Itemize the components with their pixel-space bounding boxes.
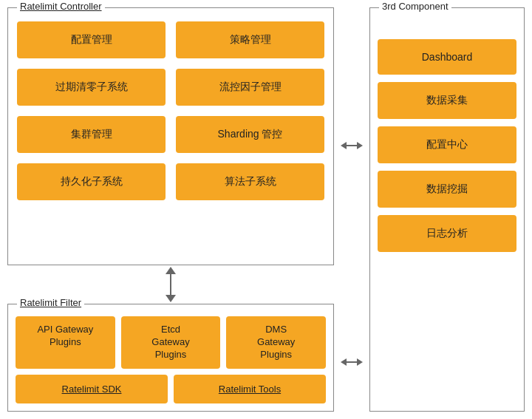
filter-top-row: API GatewayPlugins EtcdGatewayPlugins DM…: [16, 316, 326, 369]
data-collection-btn: 数据采集: [378, 82, 516, 119]
flow-control-btn: 流控因子管理: [176, 69, 324, 106]
arrow-right-2: [357, 358, 363, 366]
etcd-gateway-btn: EtcdGatewayPlugins: [121, 316, 221, 369]
persistence-btn: 持久化子系统: [17, 163, 166, 200]
filter-bottom-row: Ratelimit SDK Ratelimit Tools: [16, 375, 326, 403]
arrow-left-1: [341, 142, 347, 149]
filter-content: API GatewayPlugins EtcdGatewayPlugins DM…: [16, 316, 326, 403]
arrow-right-1: [357, 142, 363, 149]
arrow-head-down: [166, 295, 176, 302]
strategy-mgmt-btn: 策略管理: [176, 21, 324, 58]
double-arrow-vertical: [166, 267, 176, 302]
log-analysis-btn: 日志分析: [378, 215, 516, 252]
sharding-btn: Sharding 管控: [176, 116, 324, 153]
arrow-shaft-h2: [347, 361, 357, 363]
ratelimit-sdk-btn: Ratelimit SDK: [16, 375, 168, 403]
dashboard-btn: Dashboard: [378, 39, 516, 75]
controller-grid: 配置管理 策略管理 过期清零子系统 流控因子管理 集群管理 Sharding 管…: [17, 21, 324, 200]
filter-box: Ratelimit Filter API GatewayPlugins Etcd…: [7, 304, 334, 412]
arrow-left-2: [341, 358, 347, 366]
right-panel: 3rd Component Dashboard 数据采集 配置中心 数据挖掘 日…: [369, 7, 525, 412]
ratelimit-tools-btn: Ratelimit Tools: [174, 375, 326, 403]
main-wrapper: Ratelimit Controller 配置管理 策略管理 过期清零子系统 流…: [0, 0, 532, 419]
arrow-row-2: [341, 358, 363, 366]
controller-box: Ratelimit Controller 配置管理 策略管理 过期清零子系统 流…: [7, 7, 334, 265]
h-double-arrow-bottom: [341, 358, 363, 366]
algorithm-btn: 算法子系统: [176, 163, 324, 200]
expired-clear-btn: 过期清零子系统: [17, 69, 166, 106]
h-double-arrow-top: [341, 142, 363, 149]
arrow-row-1: [341, 142, 363, 149]
arrow-head-up: [166, 267, 176, 274]
right-items: Dashboard 数据采集 配置中心 数据挖掘 日志分析: [378, 39, 516, 252]
controller-title: Ratelimit Controller: [17, 1, 105, 12]
data-mining-btn: 数据挖掘: [378, 171, 516, 208]
third-component-title: 3rd Component: [379, 1, 451, 12]
api-gateway-btn: API GatewayPlugins: [16, 316, 115, 369]
config-center-btn: 配置中心: [378, 126, 516, 163]
connector-arrows: [341, 7, 362, 412]
config-mgmt-btn: 配置管理: [17, 21, 166, 58]
arrow-shaft-h1: [347, 145, 357, 146]
cluster-mgmt-btn: 集群管理: [17, 116, 166, 153]
filter-title: Ratelimit Filter: [17, 297, 84, 308]
left-panel: Ratelimit Controller 配置管理 策略管理 过期清零子系统 流…: [7, 7, 334, 412]
arrow-shaft: [170, 274, 171, 295]
vertical-arrow: [7, 271, 334, 298]
dms-gateway-btn: DMSGatewayPlugins: [226, 316, 326, 369]
